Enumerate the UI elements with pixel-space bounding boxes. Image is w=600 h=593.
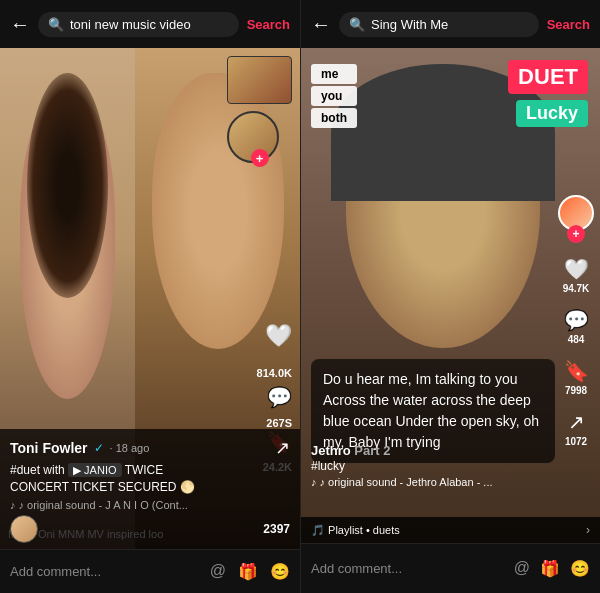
video-right[interactable]: DUET Lucky me you both + 🤍 94.7K 💬 484 🔖 (301, 48, 600, 593)
jethro-name: Jethro Part 2 (311, 443, 550, 458)
comment-button-left[interactable]: 💬 (267, 385, 292, 409)
video-left[interactable]: + 🤍 814.0K 💬 267S 🔖 24.2K Mami Oni MNM M… (0, 48, 300, 549)
search-query-text: toni new music video (70, 17, 191, 32)
follow-button-right[interactable]: + (567, 225, 585, 243)
pip-videos: + (227, 56, 292, 163)
gift-icon-left[interactable]: 🎁 (238, 562, 258, 581)
sound-left: ♪ ♪ original sound - J A N I O (Cont... (10, 499, 290, 511)
janio-tag: ▶ JANIO (68, 463, 121, 477)
playlist-bar[interactable]: 🎵 Playlist • duets › (301, 517, 600, 543)
back-button-right[interactable]: ← (311, 13, 331, 36)
comments-count-right: 484 (568, 334, 585, 345)
comment-icons-left: @ 🎁 😊 (210, 562, 290, 581)
shares-count: 2397 (263, 522, 290, 536)
like-item-right[interactable]: 🤍 94.7K (563, 257, 590, 294)
comment-icon-right: 💬 (564, 308, 589, 332)
search-icon-left: 🔍 (48, 17, 64, 32)
avatar-left (10, 515, 38, 543)
selector-me[interactable]: me (311, 64, 357, 84)
at-icon-right[interactable]: @ (514, 559, 530, 578)
right-side-icons: + 🤍 94.7K 💬 484 🔖 7998 ↗ 1072 (558, 195, 594, 447)
like-button-left[interactable]: 🤍 (265, 323, 292, 349)
selector-both[interactable]: both (311, 108, 357, 128)
share-icon-right: ↗ (568, 410, 585, 434)
comment-input-left[interactable]: Add comment... (10, 564, 200, 579)
selector-group: me you both (311, 64, 357, 128)
lucky-label: Lucky (516, 100, 588, 127)
search-bar-left: ← 🔍 toni new music video Search (0, 0, 300, 48)
video-info-left: Toni Fowler ✓ · 18 ago ↗ #duet with ▶ JA… (0, 429, 300, 549)
search-input-wrap[interactable]: 🔍 toni new music video (38, 12, 239, 37)
sound-right: ♪ ♪ original sound - Jethro Alaban - ... (311, 476, 550, 488)
selector-you[interactable]: you (311, 86, 357, 106)
username-left: Toni Fowler (10, 440, 88, 456)
person-jethro (301, 48, 600, 593)
search-label-right: Sing With Me (371, 17, 448, 32)
search-button-right[interactable]: Search (547, 17, 590, 32)
video-description-left: #duet with ▶ JANIO TWICECONCERT TICKET S… (10, 462, 290, 496)
shares-count-right: 1072 (565, 436, 587, 447)
gift-icon-right[interactable]: 🎁 (540, 559, 560, 578)
duet-label: DUET (508, 60, 588, 94)
comment-bar-left: Add comment... @ 🎁 😊 (0, 549, 300, 593)
bookmark-icon-right: 🔖 (564, 359, 589, 383)
right-panel: ← 🔍 Sing With Me Search DUET Lucky me yo… (300, 0, 600, 593)
search-input-wrap-right[interactable]: 🔍 Sing With Me (339, 12, 539, 37)
comments-count: 267S (266, 417, 292, 429)
avatar-row-left: 2397 (10, 515, 290, 543)
verified-icon-left: ✓ (94, 441, 104, 455)
hashtags-right: #lucky (311, 459, 550, 473)
bookmark-item-right[interactable]: 🔖 7998 (564, 359, 589, 396)
likes-count-right: 94.7K (563, 283, 590, 294)
pip-add-button[interactable]: + (251, 149, 269, 167)
at-icon-left[interactable]: @ (210, 562, 226, 581)
comment-item-right[interactable]: 💬 484 (564, 308, 589, 345)
share-button-left[interactable]: ↗ (275, 437, 290, 459)
left-panel: ← 🔍 toni new music video Search + 🤍 814.… (0, 0, 300, 593)
playlist-text: 🎵 Playlist • duets (311, 524, 400, 537)
search-bar-right: ← 🔍 Sing With Me Search (301, 0, 600, 48)
emoji-icon-right[interactable]: 😊 (570, 559, 590, 578)
comment-input-right[interactable]: Add comment... (311, 561, 504, 576)
comment-icons-right: @ 🎁 😊 (514, 559, 590, 578)
video-info-right: Jethro Part 2 #lucky ♪ ♪ original sound … (311, 443, 550, 488)
search-icon-right: 🔍 (349, 17, 365, 32)
back-button-left[interactable]: ← (10, 13, 30, 36)
emoji-icon-left[interactable]: 😊 (270, 562, 290, 581)
share-item-right[interactable]: ↗ 1072 (565, 410, 587, 447)
like-icon-right: 🤍 (564, 257, 589, 281)
time-left: · 18 ago (110, 442, 150, 454)
views-count: 814.0K (257, 367, 292, 379)
bookmarks-count-right: 7998 (565, 385, 587, 396)
comment-bar-right: Add comment... @ 🎁 😊 (301, 543, 600, 593)
pip-top (227, 56, 292, 104)
search-button-left[interactable]: Search (247, 17, 290, 32)
playlist-chevron: › (586, 523, 590, 537)
avatar-item-right: + (558, 195, 594, 243)
